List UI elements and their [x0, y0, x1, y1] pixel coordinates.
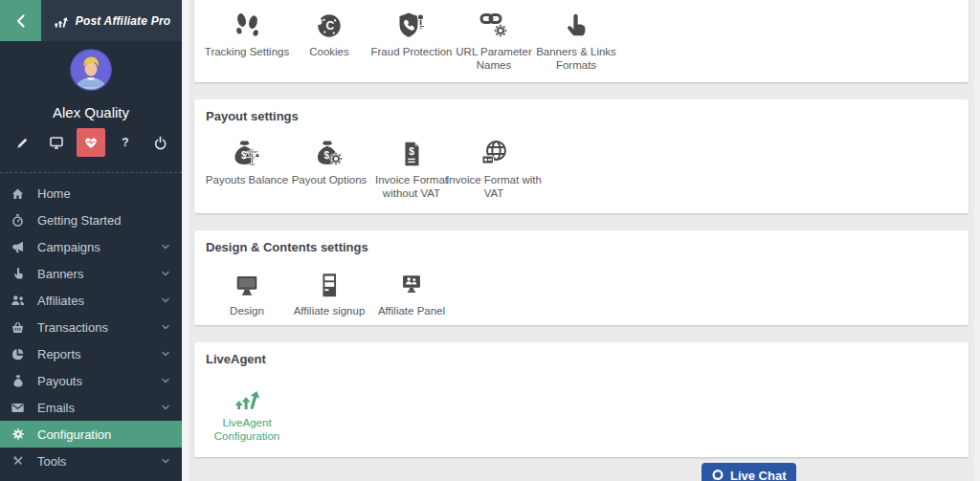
panel-users-icon — [397, 267, 426, 299]
svg-text:$: $ — [324, 150, 330, 161]
sidebar-item-affiliates[interactable]: Affiliates — [0, 287, 182, 314]
money-bag-icon — [11, 374, 25, 388]
tile-tracking-settings[interactable]: Tracking Settings — [206, 8, 288, 72]
invoice-globe-icon — [479, 136, 509, 168]
sidebar: Post Affiliate Pro Alex Quality — [0, 0, 182, 481]
live-chat-button[interactable]: Live Chat — [702, 463, 796, 481]
signup-form-icon — [315, 267, 344, 299]
tile-payout-options[interactable]: $ Payout Options — [288, 136, 370, 200]
stopwatch-icon — [11, 213, 25, 228]
section-title: Payout settings — [206, 109, 957, 123]
liveagent-arrows-icon — [233, 379, 261, 411]
chevron-left-icon — [13, 13, 29, 29]
chevron-down-icon — [161, 456, 170, 466]
sidebar-divider — [0, 172, 182, 173]
sidebar-item-tools[interactable]: Tools — [0, 448, 182, 474]
cookie-icon: C — [315, 8, 344, 40]
footprints-icon — [232, 8, 262, 40]
section-tracking-settings: Tracking Settings C Cookies Fraud Protec… — [194, 0, 969, 82]
sidebar-menu: Home Getting Started Campaigns Banners A… — [0, 180, 182, 474]
app-root: Post Affiliate Pro Alex Quality — [0, 0, 980, 481]
sidebar-item-emails[interactable]: Emails — [0, 394, 182, 421]
display-icon[interactable] — [42, 128, 71, 157]
svg-text:?: ? — [122, 136, 128, 149]
brand-title: Post Affiliate Pro — [76, 14, 171, 28]
sidebar-item-getting-started[interactable]: Getting Started — [0, 207, 182, 233]
link-gear-icon — [479, 8, 509, 40]
avatar[interactable] — [69, 48, 113, 92]
sidebar-item-configuration[interactable]: Configuration — [0, 421, 182, 448]
tile-cookies[interactable]: C Cookies — [288, 8, 370, 72]
brand-header: Post Affiliate Pro — [41, 0, 182, 41]
home-icon — [11, 186, 25, 201]
section-design-contents: Design & Contents settings Design Affili… — [194, 230, 969, 325]
chevron-down-icon — [161, 322, 170, 332]
pencil-icon[interactable] — [8, 128, 36, 157]
chevron-down-icon — [161, 376, 170, 385]
section-title: LiveAgent — [206, 352, 957, 366]
chevron-down-icon — [161, 269, 170, 278]
monitor-icon — [233, 267, 261, 299]
basket-icon — [11, 320, 25, 335]
shield-key-icon — [396, 8, 427, 40]
tile-invoice-format-with-vat[interactable]: Invoice Format with VAT — [453, 136, 535, 200]
megaphone-icon — [11, 240, 25, 254]
power-icon[interactable] — [145, 128, 174, 157]
liveagent-logo-icon — [53, 12, 69, 30]
sidebar-item-payouts[interactable]: Payouts — [0, 367, 182, 394]
money-bag-scale-icon: $ — [232, 136, 262, 168]
tile-invoice-format-without-vat[interactable]: $ Invoice Format without VAT — [370, 136, 453, 200]
sidebar-item-home[interactable]: Home — [0, 180, 182, 207]
tile-fraud-protection[interactable]: Fraud Protection — [370, 8, 453, 72]
section-title: Design & Contents settings — [206, 240, 957, 254]
money-bag-gear-icon: $ — [314, 136, 345, 168]
page-scrollbar[interactable] — [974, 0, 980, 481]
profile-block: Alex Quality — [0, 48, 182, 120]
section-liveagent: LiveAgent LiveAgent Configuration — [194, 342, 969, 457]
hand-pointer-icon — [11, 267, 25, 281]
sidebar-item-banners[interactable]: Banners — [0, 260, 182, 287]
sidebar-scrollbar[interactable] — [182, 0, 189, 481]
help-icon[interactable]: ? — [111, 128, 140, 157]
live-chat-label: Live Chat — [730, 469, 787, 481]
envelope-icon — [11, 401, 25, 415]
chevron-down-icon — [161, 242, 170, 251]
chat-bubble-icon — [711, 469, 724, 481]
tile-affiliate-panel[interactable]: Affiliate Panel — [370, 267, 453, 317]
chevron-down-icon — [161, 349, 170, 359]
sidebar-item-transactions[interactable]: Transactions — [0, 314, 182, 340]
tile-banners-links-formats[interactable]: Banners & Links Formats — [535, 8, 617, 72]
heart-pulse-icon[interactable] — [77, 128, 105, 157]
hand-pointer-icon — [562, 8, 590, 40]
invoice-dollar-icon: $ — [397, 136, 426, 168]
gear-icon — [11, 427, 25, 442]
sidebar-item-reports[interactable]: Reports — [0, 340, 182, 367]
back-button[interactable] — [0, 0, 41, 41]
quick-actions-bar: ? — [0, 128, 182, 157]
chevron-down-icon — [161, 295, 170, 305]
tile-payouts-balance[interactable]: $ Payouts Balance — [206, 136, 288, 200]
tools-icon — [11, 454, 25, 469]
svg-text:$: $ — [409, 146, 414, 157]
tile-design[interactable]: Design — [206, 267, 288, 317]
tile-url-parameter-names[interactable]: URL Parameter Names — [453, 8, 535, 72]
chevron-down-icon — [161, 403, 170, 412]
pie-chart-icon — [11, 347, 25, 361]
svg-text:C: C — [326, 19, 335, 33]
tile-liveagent-configuration[interactable]: LiveAgent Configuration — [206, 379, 288, 443]
sidebar-item-campaigns[interactable]: Campaigns — [0, 233, 182, 260]
section-payout-settings: Payout settings $ Payouts Balance $ Payo… — [194, 99, 969, 213]
users-icon — [11, 294, 25, 308]
user-name: Alex Quality — [0, 104, 182, 120]
tile-affiliate-signup[interactable]: Affiliate signup — [288, 267, 370, 317]
